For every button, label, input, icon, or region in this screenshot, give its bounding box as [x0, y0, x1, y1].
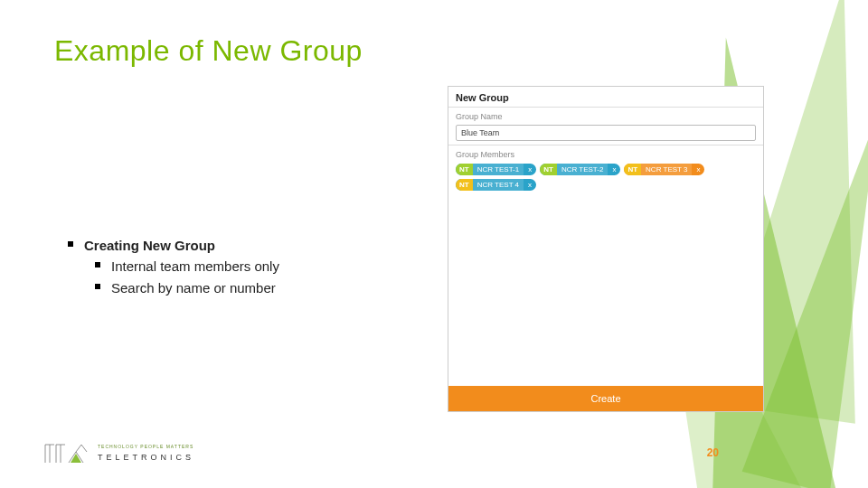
member-chip[interactable]: NT NCR TEST 3 x: [624, 164, 704, 175]
member-chip[interactable]: NT NCR TEST 4 x: [456, 179, 536, 191]
new-group-panel: New Group Group Name Blue Team Group Mem…: [448, 86, 764, 412]
bullet-main: Creating New Group: [68, 235, 279, 256]
member-chip-name: NCR TEST 3: [641, 164, 692, 175]
logo-mark-icon: [43, 439, 90, 466]
footer-logo: TECHNOLOGY PEOPLE MATTERS TELETRONICS: [43, 439, 194, 466]
create-button[interactable]: Create: [448, 386, 763, 411]
member-chip-abbr: NT: [624, 164, 641, 175]
logo-tagline: TECHNOLOGY PEOPLE MATTERS: [98, 445, 194, 449]
member-chip-name: NCR TEST-2: [557, 164, 609, 175]
bullet-sub-2-label: Search by name or number: [111, 277, 276, 298]
bullet-square-icon: [95, 284, 100, 289]
group-name-label: Group Name: [448, 108, 763, 123]
slide-title: Example of New Group: [54, 34, 363, 68]
page-number: 20: [707, 446, 719, 459]
member-chip[interactable]: NT NCR TEST-1 x: [456, 164, 536, 175]
member-chip-name: NCR TEST 4: [473, 179, 524, 191]
bullet-square-icon: [95, 262, 100, 267]
group-name-input[interactable]: Blue Team: [456, 125, 756, 141]
member-chip-abbr: NT: [540, 164, 557, 175]
close-icon[interactable]: x: [692, 164, 704, 175]
member-chip-name: NCR TEST-1: [473, 164, 524, 175]
close-icon[interactable]: x: [608, 164, 620, 175]
member-chip[interactable]: NT NCR TEST-2 x: [540, 164, 620, 175]
bullet-sub-1-label: Internal team members only: [111, 256, 279, 277]
member-chip-abbr: NT: [456, 179, 473, 191]
close-icon[interactable]: x: [524, 164, 536, 175]
bullet-sub-1: Internal team members only: [95, 256, 279, 277]
logo-brand: TELETRONICS: [98, 453, 194, 462]
panel-heading: New Group: [448, 87, 763, 108]
bullet-sub-2: Search by name or number: [95, 277, 279, 298]
bullet-list: Creating New Group Internal team members…: [68, 235, 279, 298]
bullet-main-label: Creating New Group: [84, 235, 215, 256]
bullet-square-icon: [68, 241, 73, 247]
member-chip-abbr: NT: [456, 164, 473, 175]
group-members-label: Group Members: [448, 145, 763, 161]
close-icon[interactable]: x: [524, 179, 536, 191]
group-members-chips: NT NCR TEST-1 x NT NCR TEST-2 x NT NCR T…: [456, 164, 756, 191]
